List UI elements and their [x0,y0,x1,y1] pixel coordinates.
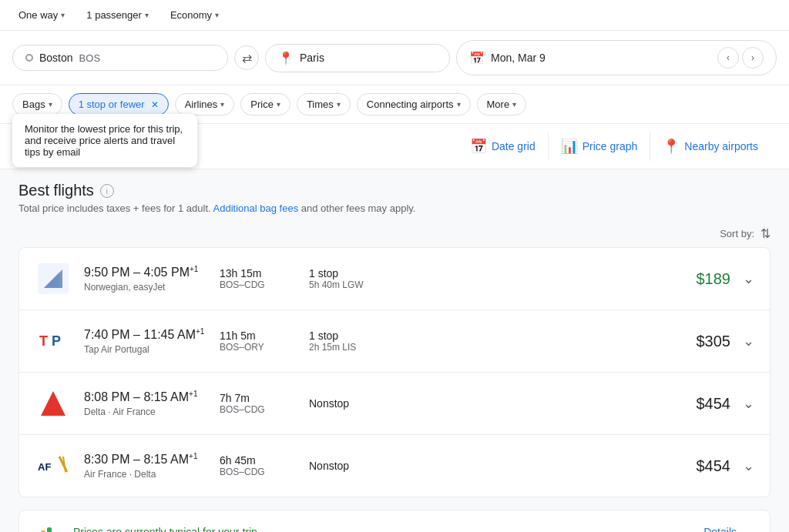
sort-icon[interactable]: ⇅ [760,226,771,241]
airline-name-3: Delta · Air France [84,407,207,417]
price-amount-2: $305 [697,333,731,350]
airline-logo-2: T P [35,323,72,360]
flight-expand-4[interactable]: ⌄ [743,457,754,474]
price-footer: Prices are currently typical for your tr… [18,510,771,532]
flight-duration-4: 6h 45m BOS–CDG [220,454,297,477]
flight-times-2: 7:40 PM – 11:45 AM+1 Tap Air Portugal [84,327,207,354]
airline-logo-4: AF [35,447,72,484]
flight-row[interactable]: AF 8:30 PM – 8:15 AM+1 Air France · Delt… [19,435,770,497]
duration-text-4: 6h 45m [220,454,297,467]
flight-duration-1: 13h 15m BOS–CDG [220,267,297,290]
price-label: Price [250,99,274,110]
route-text-3: BOS–CDG [220,404,297,415]
flight-expand-1[interactable]: ⌄ [743,270,754,287]
flight-row[interactable]: T P 7:40 PM – 11:45 AM+1 Tap Air Portuga… [19,310,770,373]
passengers-selector[interactable]: 1 passenger ▾ [80,6,155,24]
flight-row[interactable]: 9:50 PM – 4:05 PM+1 Norwegian, easyJet 1… [19,248,770,310]
price-graph-button[interactable]: 📊 Price graph [549,132,651,161]
destination-field[interactable]: 📍 Paris [265,44,450,72]
price-footer-expand[interactable]: ⌄ [743,524,754,532]
nearby-airports-button[interactable]: 📍 Nearby airports [650,132,771,161]
trip-type-chevron: ▾ [61,11,65,19]
trip-type-label: One way [18,9,58,21]
stops-text-1: 1 stop [309,267,401,279]
class-label: Economy [170,9,212,21]
price-details-button[interactable]: Details [703,526,737,532]
class-selector[interactable]: Economy ▾ [164,6,225,24]
bags-label: Bags [22,99,45,110]
flights-list: 9:50 PM – 4:05 PM+1 Norwegian, easyJet 1… [18,247,771,497]
stops-filter-button[interactable]: 1 stop or fewer ✕ [69,93,169,115]
flight-expand-3[interactable]: ⌄ [743,395,754,412]
stops-text-2: 1 stop [309,330,401,342]
time-range-4: 8:30 PM – 8:15 AM+1 [84,452,207,467]
flight-expand-2[interactable]: ⌄ [743,333,754,350]
time-range-2: 7:40 PM – 11:45 AM+1 [84,327,207,342]
price-filter-button[interactable]: Price ▾ [240,93,290,115]
svg-text:T: T [39,333,48,349]
flight-stops-4: Nonstop [309,460,401,472]
search-bar: Boston BOS ⇄ 📍 Paris 📅 Mon, Mar 9 ‹ › [0,31,789,85]
times-filter-button[interactable]: Times ▾ [297,93,351,115]
date-next-button[interactable]: › [742,47,764,69]
top-bar: One way ▾ 1 passenger ▾ Economy ▾ [0,0,789,31]
airline-logo-1 [35,260,72,297]
flight-price-4: $454 [697,457,731,475]
trip-type-selector[interactable]: One way ▾ [12,6,71,24]
duration-text-3: 7h 7m [220,392,297,404]
connecting-airports-filter-button[interactable]: Connecting airports ▾ [357,93,471,115]
airline-name-2: Tap Air Portugal [84,344,207,355]
date-prev-button[interactable]: ‹ [717,47,739,69]
stop-detail-1: 5h 40m LGW [309,279,401,290]
airline-logo-3 [35,385,72,422]
nearby-airports-icon: 📍 [663,138,680,155]
price-footer-prefix: Prices are currently [73,526,169,532]
date-grid-icon: 📅 [470,138,487,155]
sort-row: Sort by: ⇅ [18,226,771,241]
other-fees-text: and other fees may apply. [301,202,416,214]
airline-name-1: Norwegian, easyJet [84,282,207,293]
stop-detail-2: 2h 15m LIS [309,342,401,353]
date-grid-button[interactable]: 📅 Date grid [458,132,549,161]
flight-row[interactable]: 8:08 PM – 8:15 AM+1 Delta · Air France 7… [19,373,770,435]
price-graph-label: Price graph [583,140,638,152]
origin-code: BOS [79,52,100,64]
origin-city: Boston [39,52,73,64]
stops-label: 1 stop or fewer [79,99,145,110]
time-range-3: 8:08 PM – 8:15 AM+1 [84,390,207,404]
price-chevron: ▾ [277,100,280,109]
airlines-filter-button[interactable]: Airlines ▾ [175,93,235,115]
airlines-chevron: ▾ [220,100,224,109]
bags-filter-button[interactable]: Bags ▾ [12,93,62,115]
duration-text-1: 13h 15m [220,267,297,279]
price-footer-left: Prices are currently typical for your tr… [35,523,260,532]
stops-text-3: Nonstop [309,397,401,410]
flight-stops-2: 1 stop 2h 15m LIS [309,330,401,353]
swap-button[interactable]: ⇄ [234,45,259,70]
stops-filter-close[interactable]: ✕ [151,99,159,110]
best-flights-header: Best flights i [18,182,771,199]
more-filter-button[interactable]: More ▾ [477,93,527,115]
origin-field[interactable]: Boston BOS [12,45,228,71]
svg-text:P: P [52,333,61,349]
price-amount-1: $189 [697,270,731,288]
route-text-1: BOS–CDG [220,279,297,290]
additional-bag-fees-link[interactable]: Additional bag fees [213,202,299,214]
best-flights-info-icon[interactable]: i [100,184,114,198]
duration-text-2: 11h 5m [220,330,297,342]
flight-duration-3: 7h 7m BOS–CDG [220,392,297,415]
flight-stops-3: Nonstop [309,397,401,410]
stops-text-4: Nonstop [309,460,401,472]
flight-price-3: $454 [697,395,731,413]
view-options: 📅 Date grid 📊 Price graph 📍 Nearby airpo… [458,132,771,161]
price-note-text: Total price includes taxes + fees for 1 … [18,202,211,214]
passengers-chevron: ▾ [145,11,149,19]
flight-times-1: 9:50 PM – 4:05 PM+1 Norwegian, easyJet [84,265,207,292]
tooltip-text: Monitor the lowest price for this trip, … [25,123,183,158]
track-prices-tooltip: Monitor the lowest price for this trip, … [12,114,197,167]
bar-3 [47,527,52,532]
route-text-2: BOS–ORY [220,342,297,353]
date-field[interactable]: 📅 Mon, Mar 9 ‹ › [456,40,777,75]
flight-price-2: $305 [697,333,731,350]
origin-icon [25,54,33,62]
